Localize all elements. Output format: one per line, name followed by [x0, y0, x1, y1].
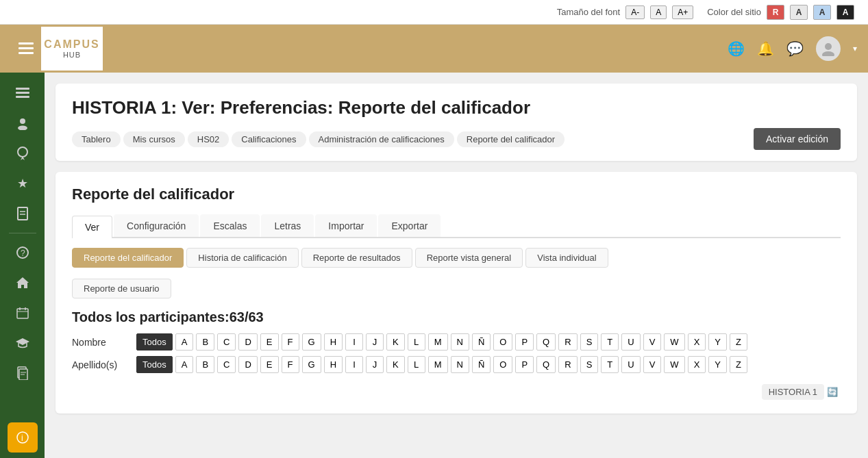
tab-escalas[interactable]: Escalas [200, 214, 260, 237]
name-all-button[interactable]: Todos [136, 333, 173, 351]
breadcrumb-tablero[interactable]: Tablero [72, 131, 121, 147]
apellido-letter-N[interactable]: N [451, 356, 469, 373]
name-letter-G[interactable]: G [302, 333, 321, 351]
name-letter-N[interactable]: N [451, 333, 469, 351]
apellido-letter-O[interactable]: O [493, 356, 512, 373]
name-letter-F[interactable]: F [282, 333, 299, 351]
tab-exportar[interactable]: Exportar [378, 214, 441, 237]
name-letter-Ñ[interactable]: Ñ [472, 333, 491, 351]
name-letter-V[interactable]: V [643, 333, 662, 351]
apellido-letter-P[interactable]: P [515, 356, 534, 373]
name-letter-C[interactable]: C [217, 333, 236, 351]
sidebar-item-info[interactable]: i [8, 422, 38, 453]
apellido-letter-S[interactable]: S [580, 356, 599, 373]
name-letter-X[interactable]: X [688, 333, 706, 351]
name-letter-U[interactable]: U [621, 333, 640, 351]
sidebar-item-home[interactable] [8, 269, 38, 296]
apellido-letter-M[interactable]: M [428, 356, 448, 373]
apellido-letter-I[interactable]: I [345, 356, 363, 373]
apellido-all-button[interactable]: Todos [136, 356, 173, 373]
apellido-letter-W[interactable]: W [664, 356, 684, 373]
font-increase-button[interactable]: A+ [672, 5, 693, 19]
apellido-letter-Z[interactable]: Z [730, 356, 747, 373]
font-normal-button[interactable]: A [650, 5, 667, 19]
name-letter-I[interactable]: I [345, 333, 363, 351]
subtab-vista-individual[interactable]: Vista individual [525, 248, 608, 268]
hamburger-button[interactable] [11, 34, 41, 64]
apellido-letter-J[interactable]: J [366, 356, 384, 373]
apellido-letter-R[interactable]: R [558, 356, 577, 373]
name-letter-B[interactable]: B [196, 333, 214, 351]
activate-edition-button[interactable]: Activar edición [754, 128, 841, 150]
name-letter-R[interactable]: R [558, 333, 577, 351]
apellido-letter-G[interactable]: G [302, 356, 321, 373]
name-letter-W[interactable]: W [664, 333, 684, 351]
breadcrumb-hs02[interactable]: HS02 [188, 131, 230, 147]
apellido-letter-F[interactable]: F [282, 356, 299, 373]
apellido-letter-H[interactable]: H [324, 356, 343, 373]
subtab-historia-calificacion[interactable]: Historia de calificación [186, 248, 298, 268]
name-letter-O[interactable]: O [493, 333, 512, 351]
breadcrumb-mis-cursos[interactable]: Mis cursos [123, 131, 185, 147]
name-letter-H[interactable]: H [324, 333, 343, 351]
font-decrease-button[interactable]: A- [625, 5, 645, 19]
breadcrumb-admin-calificaciones[interactable]: Administración de calificaciones [309, 131, 454, 147]
color-a3-button[interactable]: A [836, 5, 854, 20]
name-letter-K[interactable]: K [386, 333, 405, 351]
sidebar-item-documents[interactable] [8, 359, 38, 387]
subtab-reporte-usuario[interactable]: Reporte de usuario [72, 279, 171, 298]
apellido-letter-V[interactable]: V [643, 356, 662, 373]
notification-icon[interactable]: 🔔 [757, 40, 774, 57]
sidebar-item-star[interactable]: ★ [8, 170, 38, 197]
breadcrumb-calificaciones[interactable]: Calificaciones [232, 131, 306, 147]
tab-importar[interactable]: Importar [315, 214, 377, 237]
name-letter-T[interactable]: T [601, 333, 619, 351]
name-letter-P[interactable]: P [515, 333, 534, 351]
apellido-letter-E[interactable]: E [260, 356, 279, 373]
sidebar-item-graduation[interactable] [8, 329, 38, 357]
subtab-reporte-vista-general[interactable]: Reporte vista general [415, 248, 523, 268]
name-letter-Y[interactable]: Y [708, 333, 727, 351]
logo-area[interactable]: CAMPUS HUB [41, 27, 103, 71]
apellido-letter-L[interactable]: L [408, 356, 425, 373]
avatar[interactable] [816, 36, 841, 61]
apellido-letter-X[interactable]: X [688, 356, 706, 373]
sidebar-item-support[interactable]: ? [8, 239, 38, 266]
apellido-letter-K[interactable]: K [386, 356, 405, 373]
globe-icon[interactable]: 🌐 [728, 40, 745, 57]
subtab-reporte-calificador[interactable]: Reporte del calificador [72, 248, 184, 268]
name-letter-D[interactable]: D [238, 333, 257, 351]
color-a2-button[interactable]: A [813, 5, 831, 20]
apellido-letter-A[interactable]: A [175, 356, 194, 373]
apellido-letter-B[interactable]: B [196, 356, 214, 373]
subtab-reporte-resultados[interactable]: Reporte de resultados [301, 248, 412, 268]
name-letter-E[interactable]: E [260, 333, 279, 351]
name-letter-A[interactable]: A [175, 333, 194, 351]
sidebar-item-calendar[interactable] [8, 299, 38, 327]
sidebar-item-list[interactable] [8, 79, 38, 107]
apellido-letter-C[interactable]: C [217, 356, 236, 373]
apellido-letter-T[interactable]: T [601, 356, 619, 373]
breadcrumb-reporte-calificador[interactable]: Reporte del calificador [457, 131, 565, 147]
apellido-letter-Ñ[interactable]: Ñ [472, 356, 491, 373]
name-letter-L[interactable]: L [408, 333, 425, 351]
tab-ver[interactable]: Ver [72, 216, 112, 238]
name-letter-J[interactable]: J [366, 333, 384, 351]
chat-icon[interactable]: 💬 [786, 40, 804, 57]
tab-letras[interactable]: Letras [261, 214, 314, 237]
apellido-letter-D[interactable]: D [238, 356, 257, 373]
apellido-letter-U[interactable]: U [621, 356, 640, 373]
tab-configuracion[interactable]: Configuración [114, 214, 199, 237]
avatar-dropdown-arrow[interactable]: ▾ [853, 44, 857, 53]
apellido-letter-Q[interactable]: Q [536, 356, 556, 373]
name-letter-M[interactable]: M [428, 333, 448, 351]
sidebar-item-users[interactable] [8, 110, 38, 137]
color-a1-button[interactable]: A [790, 5, 808, 20]
name-letter-Z[interactable]: Z [730, 333, 747, 351]
apellido-letter-Y[interactable]: Y [708, 356, 727, 373]
name-letter-Q[interactable]: Q [536, 333, 556, 351]
sidebar-item-badge[interactable] [8, 140, 38, 167]
color-r-button[interactable]: R [767, 5, 784, 20]
sidebar-item-book[interactable] [8, 200, 38, 227]
name-letter-S[interactable]: S [580, 333, 599, 351]
